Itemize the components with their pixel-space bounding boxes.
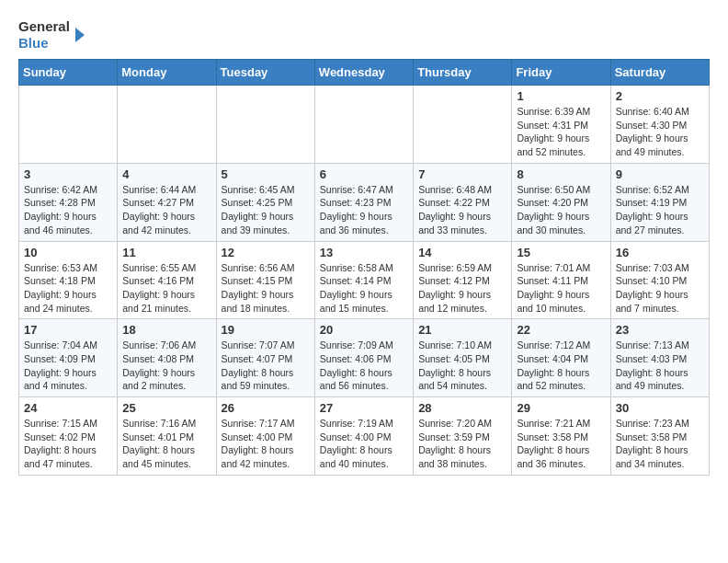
day-info: Sunrise: 6:56 AM Sunset: 4:15 PM Dayligh… [222, 261, 310, 316]
calendar-day-cell: 26Sunrise: 7:17 AM Sunset: 4:00 PM Dayli… [216, 397, 314, 476]
day-number: 6 [320, 167, 408, 181]
day-info: Sunrise: 7:07 AM Sunset: 4:07 PM Dayligh… [222, 339, 310, 393]
day-info: Sunrise: 7:10 AM Sunset: 4:05 PM Dayligh… [418, 339, 506, 393]
day-info: Sunrise: 6:39 AM Sunset: 4:31 PM Dayligh… [517, 105, 605, 159]
calendar-day-cell: 12Sunrise: 6:56 AM Sunset: 4:15 PM Dayli… [216, 241, 314, 319]
logo-arrow-icon [75, 28, 85, 42]
calendar-week-row: 24Sunrise: 7:15 AM Sunset: 4:02 PM Dayli… [19, 397, 710, 476]
weekday-header-thursday: Thursday [414, 60, 512, 86]
day-info: Sunrise: 7:19 AM Sunset: 4:00 PM Dayligh… [320, 417, 408, 471]
calendar-day-cell [118, 86, 216, 164]
day-info: Sunrise: 7:09 AM Sunset: 4:06 PM Dayligh… [320, 339, 408, 393]
day-info: Sunrise: 6:53 AM Sunset: 4:18 PM Dayligh… [24, 261, 112, 316]
day-number: 2 [616, 89, 704, 103]
day-number: 16 [616, 246, 704, 259]
weekday-header-sunday: Sunday [19, 60, 118, 86]
day-info: Sunrise: 7:01 AM Sunset: 4:11 PM Dayligh… [517, 261, 605, 316]
calendar-day-cell: 11Sunrise: 6:55 AM Sunset: 4:16 PM Dayli… [118, 241, 216, 319]
day-number: 17 [24, 323, 112, 337]
calendar-week-row: 3Sunrise: 6:42 AM Sunset: 4:28 PM Daylig… [19, 163, 710, 241]
logo-box: GeneralBlue [18, 18, 85, 52]
day-info: Sunrise: 6:42 AM Sunset: 4:28 PM Dayligh… [24, 183, 112, 237]
day-info: Sunrise: 6:44 AM Sunset: 4:27 PM Dayligh… [122, 183, 210, 237]
day-number: 8 [517, 167, 605, 181]
calendar-day-cell: 19Sunrise: 7:07 AM Sunset: 4:07 PM Dayli… [216, 319, 314, 397]
day-info: Sunrise: 7:15 AM Sunset: 4:02 PM Dayligh… [24, 417, 112, 471]
day-info: Sunrise: 7:17 AM Sunset: 4:00 PM Dayligh… [222, 417, 310, 471]
calendar-day-cell: 24Sunrise: 7:15 AM Sunset: 4:02 PM Dayli… [19, 397, 118, 476]
day-info: Sunrise: 6:47 AM Sunset: 4:23 PM Dayligh… [320, 183, 408, 237]
calendar-day-cell: 8Sunrise: 6:50 AM Sunset: 4:20 PM Daylig… [512, 163, 610, 241]
calendar-week-row: 1Sunrise: 6:39 AM Sunset: 4:31 PM Daylig… [19, 86, 710, 164]
calendar-table: SundayMondayTuesdayWednesdayThursdayFrid… [18, 59, 710, 476]
day-number: 30 [616, 401, 704, 415]
logo: GeneralBlue [18, 18, 85, 52]
day-number: 15 [517, 246, 605, 259]
calendar-week-row: 10Sunrise: 6:53 AM Sunset: 4:18 PM Dayli… [19, 241, 710, 319]
calendar-day-cell: 10Sunrise: 6:53 AM Sunset: 4:18 PM Dayli… [19, 241, 118, 319]
day-info: Sunrise: 6:55 AM Sunset: 4:16 PM Dayligh… [122, 261, 210, 316]
calendar-day-cell [19, 86, 118, 164]
calendar-day-cell: 27Sunrise: 7:19 AM Sunset: 4:00 PM Dayli… [314, 397, 413, 476]
weekday-header-wednesday: Wednesday [314, 60, 413, 86]
day-number: 20 [320, 323, 408, 337]
day-number: 27 [320, 401, 408, 415]
day-number: 24 [24, 401, 112, 415]
weekday-header-friday: Friday [512, 60, 610, 86]
day-info: Sunrise: 7:03 AM Sunset: 4:10 PM Dayligh… [616, 261, 704, 316]
day-number: 29 [517, 401, 605, 415]
day-number: 14 [418, 246, 506, 259]
day-info: Sunrise: 6:58 AM Sunset: 4:14 PM Dayligh… [320, 261, 408, 316]
calendar-day-cell: 18Sunrise: 7:06 AM Sunset: 4:08 PM Dayli… [118, 319, 216, 397]
calendar-day-cell: 28Sunrise: 7:20 AM Sunset: 3:59 PM Dayli… [414, 397, 512, 476]
day-info: Sunrise: 6:45 AM Sunset: 4:25 PM Dayligh… [222, 183, 310, 237]
day-number: 23 [616, 323, 704, 337]
calendar-day-cell: 3Sunrise: 6:42 AM Sunset: 4:28 PM Daylig… [19, 163, 118, 241]
day-info: Sunrise: 7:06 AM Sunset: 4:08 PM Dayligh… [122, 339, 210, 393]
calendar-day-cell: 29Sunrise: 7:21 AM Sunset: 3:58 PM Dayli… [512, 397, 610, 476]
weekday-header-monday: Monday [118, 60, 216, 86]
calendar-day-cell: 21Sunrise: 7:10 AM Sunset: 4:05 PM Dayli… [414, 319, 512, 397]
calendar-day-cell: 17Sunrise: 7:04 AM Sunset: 4:09 PM Dayli… [19, 319, 118, 397]
calendar-day-cell: 25Sunrise: 7:16 AM Sunset: 4:01 PM Dayli… [118, 397, 216, 476]
calendar-day-cell: 9Sunrise: 6:52 AM Sunset: 4:19 PM Daylig… [610, 163, 709, 241]
day-info: Sunrise: 7:23 AM Sunset: 3:58 PM Dayligh… [616, 417, 704, 471]
calendar-day-cell: 6Sunrise: 6:47 AM Sunset: 4:23 PM Daylig… [314, 163, 413, 241]
day-info: Sunrise: 7:16 AM Sunset: 4:01 PM Dayligh… [122, 417, 210, 471]
calendar-day-cell: 23Sunrise: 7:13 AM Sunset: 4:03 PM Dayli… [610, 319, 709, 397]
day-info: Sunrise: 6:48 AM Sunset: 4:22 PM Dayligh… [418, 183, 506, 237]
day-number: 21 [418, 323, 506, 337]
calendar-day-cell: 4Sunrise: 6:44 AM Sunset: 4:27 PM Daylig… [118, 163, 216, 241]
weekday-header-saturday: Saturday [610, 60, 709, 86]
calendar-day-cell: 2Sunrise: 6:40 AM Sunset: 4:30 PM Daylig… [610, 86, 709, 164]
calendar-day-cell: 30Sunrise: 7:23 AM Sunset: 3:58 PM Dayli… [610, 397, 709, 476]
calendar-day-cell: 16Sunrise: 7:03 AM Sunset: 4:10 PM Dayli… [610, 241, 709, 319]
day-number: 18 [122, 323, 210, 337]
calendar-day-cell: 7Sunrise: 6:48 AM Sunset: 4:22 PM Daylig… [414, 163, 512, 241]
calendar-day-cell: 13Sunrise: 6:58 AM Sunset: 4:14 PM Dayli… [314, 241, 413, 319]
day-number: 10 [24, 246, 112, 259]
calendar-day-cell [314, 86, 413, 164]
calendar-day-cell: 20Sunrise: 7:09 AM Sunset: 4:06 PM Dayli… [314, 319, 413, 397]
day-number: 28 [418, 401, 506, 415]
day-number: 7 [418, 167, 506, 181]
calendar-day-cell [216, 86, 314, 164]
calendar-day-cell: 1Sunrise: 6:39 AM Sunset: 4:31 PM Daylig… [512, 86, 610, 164]
weekday-header-tuesday: Tuesday [216, 60, 314, 86]
day-info: Sunrise: 6:50 AM Sunset: 4:20 PM Dayligh… [517, 183, 605, 237]
calendar-day-cell: 22Sunrise: 7:12 AM Sunset: 4:04 PM Dayli… [512, 319, 610, 397]
day-info: Sunrise: 6:59 AM Sunset: 4:12 PM Dayligh… [418, 261, 506, 316]
day-info: Sunrise: 7:13 AM Sunset: 4:03 PM Dayligh… [616, 339, 704, 393]
day-number: 9 [616, 167, 704, 181]
logo-text: GeneralBlue [18, 18, 70, 52]
calendar-day-cell: 14Sunrise: 6:59 AM Sunset: 4:12 PM Dayli… [414, 241, 512, 319]
header: GeneralBlue [18, 18, 710, 52]
weekday-header-row: SundayMondayTuesdayWednesdayThursdayFrid… [19, 60, 710, 86]
calendar-day-cell [414, 86, 512, 164]
day-number: 5 [222, 167, 310, 181]
day-number: 19 [222, 323, 310, 337]
day-number: 11 [122, 246, 210, 259]
day-info: Sunrise: 7:04 AM Sunset: 4:09 PM Dayligh… [24, 339, 112, 393]
day-info: Sunrise: 7:20 AM Sunset: 3:59 PM Dayligh… [418, 417, 506, 471]
calendar-day-cell: 15Sunrise: 7:01 AM Sunset: 4:11 PM Dayli… [512, 241, 610, 319]
